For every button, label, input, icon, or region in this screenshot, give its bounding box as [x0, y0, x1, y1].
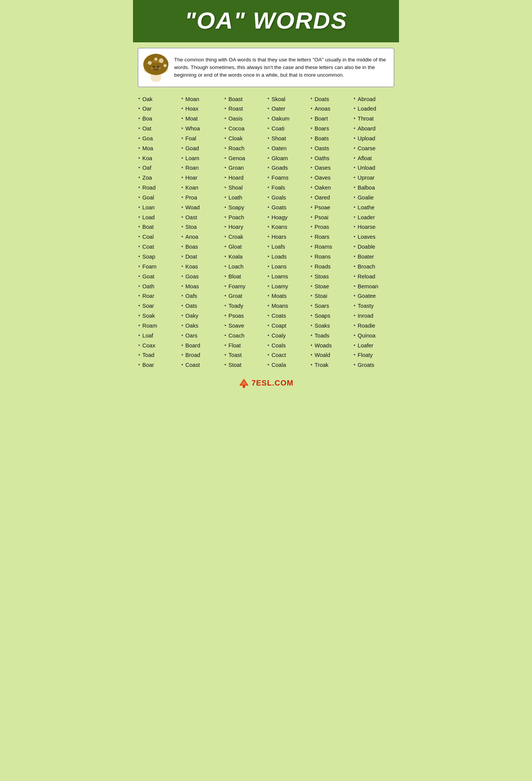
word-text: Roach [229, 145, 245, 152]
word-item: •Oaky [181, 311, 221, 321]
bullet-point: • [138, 244, 140, 250]
word-item: •Toast [224, 350, 264, 360]
bullet-point: • [138, 204, 140, 211]
bullet-point: • [268, 145, 269, 152]
word-text: Woad [186, 204, 200, 211]
svg-point-10 [151, 67, 154, 69]
bullet-point: • [138, 303, 140, 309]
bullet-point: • [268, 135, 269, 142]
word-item: •Abroad [354, 94, 394, 104]
word-text: Hoars [272, 233, 287, 241]
word-item: •Soave [224, 321, 264, 331]
bullet-point: • [138, 293, 140, 299]
word-item: •Foal [181, 133, 221, 143]
bullet-point: • [311, 293, 312, 299]
bullet-point: • [224, 254, 226, 260]
word-item: •Roach [224, 143, 264, 153]
bullet-point: • [268, 224, 269, 230]
word-item: •Floaty [354, 350, 394, 360]
bullet-point: • [354, 194, 356, 201]
word-text: Oasts [315, 145, 329, 152]
bullet-point: • [224, 185, 226, 191]
header: "OA" WORDS [133, 0, 399, 42]
bullet-point: • [354, 96, 356, 102]
bullet-point: • [224, 352, 226, 358]
bullet-point: • [311, 362, 312, 368]
bullet-point: • [224, 194, 226, 201]
bullet-point: • [354, 155, 356, 162]
word-text: Toady [229, 302, 244, 310]
svg-point-5 [159, 58, 163, 63]
word-text: Foals [272, 184, 285, 191]
word-text: Coarse [358, 145, 376, 152]
bullet-point: • [311, 175, 312, 181]
bullet-point: • [181, 293, 183, 299]
bullet-point: • [354, 333, 356, 339]
bullet-point: • [138, 254, 140, 260]
word-item: •Oakum [268, 114, 308, 124]
word-column-1: •Oak•Oar•Boa•Oat•Goa•Moa•Koa•Oaf•Zoa•Roa… [137, 94, 180, 370]
bullet-point: • [268, 342, 269, 349]
bullet-point: • [224, 264, 226, 270]
word-item: •Goalie [354, 193, 394, 202]
bullet-point: • [311, 244, 312, 250]
word-text: Cloak [229, 135, 243, 142]
word-text: Roars [315, 233, 330, 241]
bullet-point: • [354, 175, 356, 181]
word-item: •Oaths [311, 153, 351, 163]
word-text: Coats [272, 312, 286, 320]
bullet-point: • [181, 106, 183, 112]
word-text: Throat [358, 115, 374, 122]
word-item: •Hoars [268, 232, 308, 242]
word-item: •Roam [138, 321, 178, 331]
word-item: •Oaks [181, 321, 221, 331]
bullet-point: • [354, 283, 356, 290]
word-text: Reload [358, 273, 375, 280]
word-text: Toast [229, 352, 242, 359]
word-text: Toads [315, 332, 330, 339]
bullet-point: • [181, 342, 183, 349]
word-item: •Soar [138, 301, 178, 311]
svg-point-7 [163, 64, 167, 67]
word-text: Soaks [315, 322, 330, 329]
bullet-point: • [311, 135, 312, 142]
word-item: •Stoas [311, 272, 351, 281]
word-text: Boa [143, 115, 152, 122]
word-text: Groat [229, 292, 242, 300]
bullet-point: • [311, 185, 312, 191]
word-item: •Uproar [354, 173, 394, 183]
bullet-point: • [354, 323, 356, 329]
word-item: •Broad [181, 350, 221, 360]
bullet-point: • [181, 264, 183, 270]
word-text: Aboard [358, 125, 376, 132]
bullet-point: • [224, 234, 226, 240]
word-item: •Toad [138, 350, 178, 360]
bullet-point: • [181, 234, 183, 240]
word-item: •Quinoa [354, 331, 394, 341]
word-item: •Goat [138, 272, 178, 281]
bullet-point: • [181, 352, 183, 358]
word-item: •Hoard [224, 173, 264, 183]
word-text: Upload [358, 135, 375, 142]
bullet-point: • [354, 145, 356, 152]
word-text: Soak [143, 312, 155, 320]
word-text: Coax [143, 342, 155, 349]
word-item: •Doable [354, 242, 394, 252]
word-text: Soap [143, 253, 155, 260]
word-item: •Goals [268, 193, 308, 202]
word-item: •Toads [311, 331, 351, 341]
word-text: Loamy [272, 283, 288, 290]
word-text: Boar [143, 362, 154, 369]
svg-point-4 [148, 61, 152, 65]
word-item: •Groan [224, 163, 264, 173]
word-text: Oared [315, 194, 330, 201]
bullet-point: • [138, 214, 140, 221]
bullet-point: • [138, 155, 140, 162]
bullet-point: • [268, 283, 269, 290]
word-text: Coati [272, 125, 285, 132]
word-item: •Reload [354, 272, 394, 281]
word-text: Oaths [315, 155, 330, 162]
word-text: Boater [358, 253, 374, 260]
word-text: Moats [272, 292, 287, 300]
word-text: Boat [143, 223, 154, 231]
